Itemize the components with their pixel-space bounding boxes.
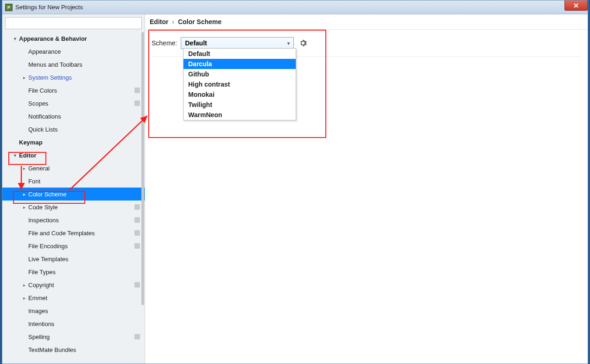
tree-inspections[interactable]: Inspections (2, 213, 145, 226)
settings-tree[interactable]: ▾Appearance & Behavior Appearance Menus … (2, 32, 145, 364)
dropdown-item-darcula[interactable]: Darcula (184, 59, 296, 69)
chevron-right-icon: ▸ (21, 75, 27, 80)
content-area: Scheme: Default ▾ Default Darcula Github (145, 30, 588, 64)
app-icon: P (5, 4, 13, 11)
tree-intentions[interactable]: Intentions (2, 317, 145, 330)
project-scope-icon (134, 100, 140, 106)
tree-live-templates[interactable]: Live Templates (2, 252, 145, 265)
project-scope-icon (134, 88, 140, 93)
project-scope-icon (134, 282, 140, 288)
tree-label: Live Templates (28, 256, 140, 263)
tree-label: File and Code Templates (28, 230, 132, 237)
tree-copyright[interactable]: ▸Copyright (2, 278, 145, 291)
tree-menus-toolbars[interactable]: Menus and Toolbars (2, 58, 145, 71)
tree-label: Quick Lists (28, 126, 140, 133)
close-icon (573, 3, 579, 8)
tree-label: Notifications (28, 113, 140, 120)
chevron-right-icon: ▸ (21, 192, 27, 197)
chevron-down-icon: ▾ (12, 36, 18, 41)
tree-label: General (28, 165, 140, 172)
scheme-gear-button[interactable] (298, 38, 309, 49)
tree-label: Intentions (28, 320, 140, 327)
titlebar: P Settings for New Projects (2, 0, 588, 14)
chevron-right-icon: ▸ (21, 205, 27, 210)
tree-general[interactable]: ▸General (2, 162, 145, 175)
tree-label: Keymap (19, 139, 140, 146)
settings-window: P Settings for New Projects ▾Appearance … (2, 0, 588, 364)
chevron-right-icon: ▸ (21, 295, 27, 301)
dropdown-item-high-contrast[interactable]: High contrast (184, 79, 296, 89)
tree-label: Menus and Toolbars (28, 61, 140, 68)
tree-label: Font (28, 178, 140, 185)
search-wrap (2, 14, 145, 32)
tree-label: Code Style (28, 204, 132, 211)
tree-label: Copyright (28, 282, 132, 289)
tree-code-style[interactable]: ▸Code Style (2, 201, 145, 213)
project-scope-icon (134, 334, 140, 339)
scheme-select[interactable]: Default ▾ (181, 37, 294, 49)
settings-main-panel: Editor › Color Scheme Scheme: Default ▾ (145, 14, 588, 364)
project-scope-icon (134, 243, 140, 249)
tree-keymap[interactable]: Keymap (2, 136, 145, 149)
tree-label: Color Scheme (28, 191, 140, 198)
tree-label: Editor (19, 152, 140, 159)
close-button[interactable] (565, 0, 588, 11)
chevron-down-icon: ▾ (12, 153, 18, 158)
dialog-body: ▾Appearance & Behavior Appearance Menus … (2, 14, 588, 364)
tree-label: File Encodings (28, 243, 132, 250)
scheme-dropdown[interactable]: Default Darcula Github High contrast Mon… (183, 48, 296, 120)
dropdown-item-twilight[interactable]: Twilight (184, 100, 296, 110)
project-scope-icon (134, 217, 140, 223)
tree-label: Scopes (28, 100, 132, 107)
tree-images[interactable]: Images (2, 304, 145, 317)
tree-emmet[interactable]: ▸Emmet (2, 291, 145, 304)
tree-appearance-behavior[interactable]: ▾Appearance & Behavior (2, 32, 145, 45)
tree-label: Appearance & Behavior (19, 35, 140, 42)
tree-label: Spelling (28, 333, 132, 340)
tree-color-scheme[interactable]: ▸Color Scheme (2, 188, 145, 201)
tree-label: File Colors (28, 87, 132, 94)
search-input[interactable] (5, 17, 142, 29)
tree-label: Emmet (28, 295, 140, 301)
tree-system-settings[interactable]: ▸System Settings (2, 71, 145, 84)
project-scope-icon (134, 204, 140, 210)
breadcrumb: Editor › Color Scheme (145, 14, 588, 30)
dropdown-item-default[interactable]: Default (184, 49, 296, 59)
project-scope-icon (134, 230, 140, 236)
chevron-down-icon: ▾ (287, 41, 290, 46)
tree-label: Appearance (28, 48, 140, 55)
tree-font[interactable]: Font (2, 175, 145, 188)
breadcrumb-separator: › (170, 18, 176, 25)
tree-file-code-templates[interactable]: File and Code Templates (2, 226, 145, 239)
tree-label: Inspections (28, 217, 132, 224)
tree-quick-lists[interactable]: Quick Lists (2, 123, 145, 136)
tree-label: System Settings (28, 74, 140, 81)
dropdown-item-monokai[interactable]: Monokai (184, 89, 296, 100)
tree-label: Images (28, 308, 140, 314)
chevron-right-icon: ▸ (21, 282, 27, 288)
tree-file-colors[interactable]: File Colors (2, 84, 145, 97)
sidebar-scrollbar[interactable] (141, 32, 145, 364)
scheme-label: Scheme: (152, 39, 177, 47)
tree-file-types[interactable]: File Types (2, 265, 145, 278)
tree-file-encodings[interactable]: File Encodings (2, 239, 145, 252)
tree-scopes[interactable]: Scopes (2, 97, 145, 110)
scheme-selected-value: Default (185, 39, 207, 47)
breadcrumb-color-scheme: Color Scheme (178, 18, 222, 25)
tree-label: TextMate Bundles (28, 346, 140, 353)
tree-notifications[interactable]: Notifications (2, 110, 145, 123)
tree-editor[interactable]: ▾Editor (2, 149, 145, 162)
window-title: Settings for New Projects (15, 4, 83, 11)
chevron-right-icon: ▸ (21, 166, 27, 171)
breadcrumb-editor[interactable]: Editor (150, 18, 168, 25)
tree-appearance[interactable]: Appearance (2, 45, 145, 58)
tree-textmate-bundles[interactable]: TextMate Bundles (2, 343, 145, 356)
tree-label: File Types (28, 269, 140, 276)
gear-icon (299, 39, 307, 47)
tree-spelling[interactable]: Spelling (2, 330, 145, 343)
scrollbar-thumb[interactable] (141, 32, 144, 305)
dropdown-item-github[interactable]: Github (184, 69, 296, 79)
dropdown-item-warmneon[interactable]: WarmNeon (184, 110, 296, 120)
settings-sidebar: ▾Appearance & Behavior Appearance Menus … (2, 14, 145, 364)
